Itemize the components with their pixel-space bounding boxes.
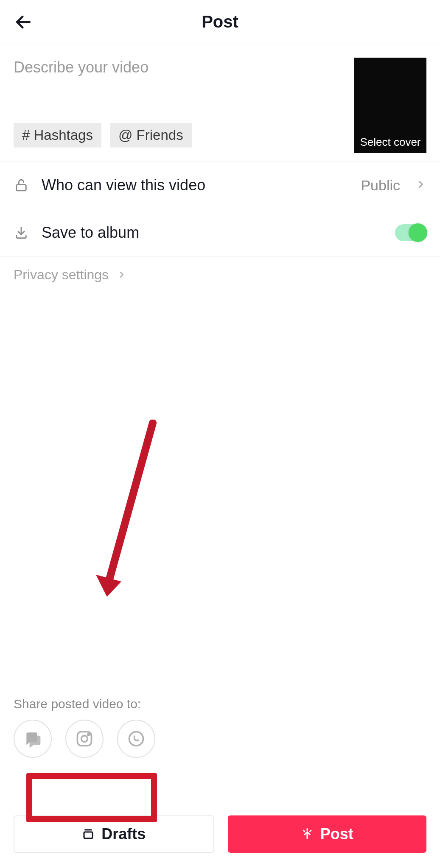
hashtags-button[interactable]: # Hashtags <box>14 123 101 147</box>
svg-point-3 <box>81 736 88 742</box>
chevron-right-icon <box>415 179 426 192</box>
friends-button[interactable]: @ Friends <box>110 123 192 147</box>
post-button[interactable]: Post <box>228 815 427 853</box>
lock-icon <box>14 178 29 193</box>
caption-input[interactable] <box>14 58 346 121</box>
svg-line-12 <box>107 423 153 588</box>
compose-section: # Hashtags @ Friends Select cover <box>0 44 440 161</box>
cover-thumbnail[interactable]: Select cover <box>354 58 426 153</box>
drafts-icon <box>82 828 95 840</box>
share-icons <box>14 720 426 758</box>
drafts-button[interactable]: Drafts <box>14 815 214 853</box>
share-messages-icon[interactable] <box>14 720 52 758</box>
annotation-arrow <box>96 420 168 602</box>
svg-line-9 <box>303 830 305 832</box>
cover-label: Select cover <box>354 136 426 149</box>
bottom-bar: Drafts Post <box>0 815 440 853</box>
back-button[interactable] <box>13 11 34 33</box>
tag-row: # Hashtags @ Friends <box>14 123 346 147</box>
post-label: Post <box>320 825 353 843</box>
compose-left: # Hashtags @ Friends <box>14 58 346 161</box>
save-label: Save to album <box>42 224 382 242</box>
save-toggle[interactable] <box>395 224 426 241</box>
toggle-knob <box>409 223 427 242</box>
privacy-label: Who can view this video <box>42 176 348 194</box>
save-to-album-row: Save to album <box>0 209 440 257</box>
page-title: Post <box>202 12 238 31</box>
share-section: Share posted video to: <box>0 697 440 758</box>
drafts-label: Drafts <box>101 825 146 843</box>
download-icon <box>14 225 29 240</box>
privacy-settings-row[interactable]: Privacy settings <box>0 257 440 293</box>
svg-point-4 <box>88 734 90 735</box>
share-whatsapp-icon[interactable] <box>117 720 155 758</box>
privacy-settings-label: Privacy settings <box>14 267 109 283</box>
svg-marker-13 <box>96 575 121 597</box>
svg-point-5 <box>129 732 143 746</box>
header-bar: Post <box>0 0 440 44</box>
svg-rect-1 <box>17 185 26 191</box>
privacy-value: Public <box>361 177 400 194</box>
post-upload-icon <box>301 828 314 840</box>
annotation-highlight-box <box>26 773 157 822</box>
chevron-right-icon <box>117 267 126 283</box>
svg-line-10 <box>310 830 311 832</box>
share-label: Share posted video to: <box>14 697 426 711</box>
share-instagram-icon[interactable] <box>65 720 104 758</box>
svg-rect-7 <box>84 832 92 838</box>
privacy-visibility-row[interactable]: Who can view this video Public <box>0 161 440 209</box>
back-arrow-icon <box>14 13 33 31</box>
